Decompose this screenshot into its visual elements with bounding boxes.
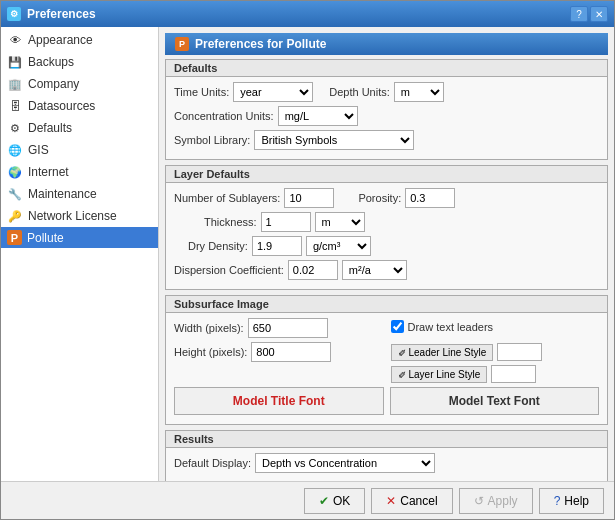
cancel-label: Cancel xyxy=(400,494,437,508)
dispersion-label: Dispersion Coefficient: xyxy=(174,264,284,276)
thickness-label: Thickness: xyxy=(204,216,257,228)
dry-density-label: Dry Density: xyxy=(188,240,248,252)
sidebar-item-maintenance[interactable]: 🔧 Maintenance xyxy=(1,183,158,205)
leader-line-style-preview xyxy=(497,343,542,361)
layer-line-style-row: ✏ Layer Line Style xyxy=(391,365,600,383)
subsurface-section-body: Width (pixels): 650 Height (pixels): 800 xyxy=(166,313,607,424)
sidebar-label-datasources: Datasources xyxy=(28,99,95,113)
dispersion-input[interactable]: 0.02 xyxy=(288,260,338,280)
cancel-button[interactable]: ✕ Cancel xyxy=(371,488,452,514)
subsurface-left: Width (pixels): 650 Height (pixels): 800 xyxy=(174,318,383,383)
time-units-select[interactable]: year month day xyxy=(233,82,313,102)
subsurface-right: Draw text leaders ✏ Leader Line Style xyxy=(391,318,600,383)
time-units-row: Time Units: year month day Depth Units: … xyxy=(174,82,599,102)
company-icon: 🏢 xyxy=(7,76,23,92)
panel-header-title: Preferences for Pollute xyxy=(195,37,326,51)
appearance-icon: 👁 xyxy=(7,32,23,48)
draw-text-leaders-row: Draw text leaders xyxy=(391,320,600,333)
apply-icon: ↺ xyxy=(474,494,484,508)
symbol-library-select[interactable]: British Symbols US Symbols xyxy=(254,130,414,150)
ok-icon: ✔ xyxy=(319,494,329,508)
height-label: Height (pixels): xyxy=(174,346,247,358)
width-input[interactable]: 650 xyxy=(248,318,328,338)
dry-density-input[interactable]: 1.9 xyxy=(252,236,302,256)
defaults-section-body: Time Units: year month day Depth Units: … xyxy=(166,77,607,159)
maintenance-icon: 🔧 xyxy=(7,186,23,202)
dispersion-unit-select[interactable]: m²/acm²/s xyxy=(342,260,407,280)
sidebar-item-network-license[interactable]: 🔑 Network License xyxy=(1,205,158,227)
thickness-unit-select[interactable]: mft xyxy=(315,212,365,232)
pollute-icon: P xyxy=(7,230,22,245)
sidebar-label-pollute: Pollute xyxy=(27,231,64,245)
footer: ✔ OK ✕ Cancel ↺ Apply ? Help xyxy=(1,481,614,519)
layer-line-style-button[interactable]: ✏ Layer Line Style xyxy=(391,366,488,383)
apply-label: Apply xyxy=(488,494,518,508)
sidebar-item-datasources[interactable]: 🗄 Datasources xyxy=(1,95,158,117)
sidebar-item-backups[interactable]: 💾 Backups xyxy=(1,51,158,73)
network-license-icon: 🔑 xyxy=(7,208,23,224)
num-sublayers-input[interactable]: 10 xyxy=(284,188,334,208)
close-button[interactable]: ✕ xyxy=(590,6,608,22)
sidebar-item-internet[interactable]: 🌍 Internet xyxy=(1,161,158,183)
sidebar-item-defaults[interactable]: ⚙ Defaults xyxy=(1,117,158,139)
default-display-select[interactable]: Depth vs Concentration Time vs Concentra… xyxy=(255,453,435,473)
help-titlebar-button[interactable]: ? xyxy=(570,6,588,22)
draw-text-leaders-label: Draw text leaders xyxy=(408,321,494,333)
layer-line-style-preview xyxy=(491,365,536,383)
cancel-icon: ✕ xyxy=(386,494,396,508)
width-label: Width (pixels): xyxy=(174,322,244,334)
width-row: Width (pixels): 650 xyxy=(174,318,383,338)
results-section-title: Results xyxy=(166,431,607,448)
panel-header: P Preferences for Pollute xyxy=(165,33,608,55)
dry-density-unit-select[interactable]: g/cm³kg/m³ xyxy=(306,236,371,256)
panel-header-icon: P xyxy=(175,37,189,51)
model-text-font-button[interactable]: Model Text Font xyxy=(390,387,600,415)
results-section-body: Default Display: Depth vs Concentration … xyxy=(166,448,607,481)
sidebar-label-defaults: Defaults xyxy=(28,121,72,135)
sidebar-item-appearance[interactable]: 👁 Appearance xyxy=(1,29,158,51)
concentration-units-select[interactable]: mg/L μg/L xyxy=(278,106,358,126)
layer-defaults-section: Layer Defaults Number of Sublayers: 10 P… xyxy=(165,165,608,290)
apply-button[interactable]: ↺ Apply xyxy=(459,488,533,514)
ok-label: OK xyxy=(333,494,350,508)
time-units-label: Time Units: xyxy=(174,86,229,98)
results-section: Results Default Display: Depth vs Concen… xyxy=(165,430,608,481)
default-display-row: Default Display: Depth vs Concentration … xyxy=(174,453,599,473)
gis-icon: 🌐 xyxy=(7,142,23,158)
sidebar-item-pollute[interactable]: P Pollute xyxy=(1,227,158,248)
leader-line-style-button[interactable]: ✏ Leader Line Style xyxy=(391,344,494,361)
num-sublayers-label: Number of Sublayers: xyxy=(174,192,280,204)
preferences-window: ⚙ Preferences ? ✕ 👁 Appearance 💾 Backups… xyxy=(0,0,615,520)
concentration-units-label: Concentration Units: xyxy=(174,110,274,122)
font-buttons: Model Title Font Model Text Font xyxy=(174,387,599,415)
datasources-icon: 🗄 xyxy=(7,98,23,114)
title-bar-left: ⚙ Preferences xyxy=(7,7,96,21)
sidebar-label-gis: GIS xyxy=(28,143,49,157)
main-panel: P Preferences for Pollute Defaults Time … xyxy=(159,27,614,481)
sublayers-row: Number of Sublayers: 10 Porosity: 0.3 xyxy=(174,188,599,208)
window-title: Preferences xyxy=(27,7,96,21)
symbol-library-label: Symbol Library: xyxy=(174,134,250,146)
sidebar-label-company: Company xyxy=(28,77,79,91)
subsurface-content: Width (pixels): 650 Height (pixels): 800 xyxy=(174,318,599,383)
draw-text-leaders-checkbox[interactable] xyxy=(391,320,404,333)
model-title-font-button[interactable]: Model Title Font xyxy=(174,387,384,415)
title-bar: ⚙ Preferences ? ✕ xyxy=(1,1,614,27)
porosity-label: Porosity: xyxy=(358,192,401,204)
help-button[interactable]: ? Help xyxy=(539,488,604,514)
backups-icon: 💾 xyxy=(7,54,23,70)
ok-button[interactable]: ✔ OK xyxy=(304,488,365,514)
sidebar-label-backups: Backups xyxy=(28,55,74,69)
sidebar-item-gis[interactable]: 🌐 GIS xyxy=(1,139,158,161)
porosity-input[interactable]: 0.3 xyxy=(405,188,455,208)
sidebar-label-maintenance: Maintenance xyxy=(28,187,97,201)
layer-defaults-title: Layer Defaults xyxy=(166,166,607,183)
thickness-input[interactable]: 1 xyxy=(261,212,311,232)
internet-icon: 🌍 xyxy=(7,164,23,180)
sidebar-item-company[interactable]: 🏢 Company xyxy=(1,73,158,95)
sidebar-label-network-license: Network License xyxy=(28,209,117,223)
depth-units-select[interactable]: m ft xyxy=(394,82,444,102)
help-icon: ? xyxy=(554,494,561,508)
height-input[interactable]: 800 xyxy=(251,342,331,362)
concentration-units-row: Concentration Units: mg/L μg/L xyxy=(174,106,599,126)
